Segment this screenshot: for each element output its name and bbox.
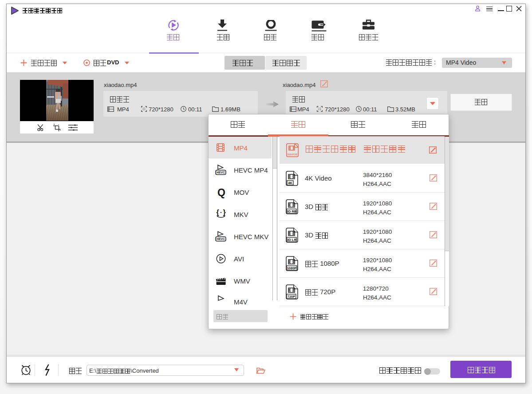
svg-text:Q: Q xyxy=(217,187,225,198)
svg-text:}: } xyxy=(223,209,225,216)
svg-text:HEVC: HEVC xyxy=(217,237,225,240)
svg-text:720P: 720P xyxy=(288,295,296,299)
svg-text:4K: 4K xyxy=(288,181,292,185)
svg-text:1080P: 1080P xyxy=(287,266,297,270)
svg-text:source: source xyxy=(288,152,298,156)
svg-text:3D RB: 3D RB xyxy=(287,209,297,213)
svg-text:HEVC: HEVC xyxy=(217,171,225,174)
svg-text:3D LR: 3D LR xyxy=(287,238,296,242)
svg-text:{: { xyxy=(216,209,219,216)
